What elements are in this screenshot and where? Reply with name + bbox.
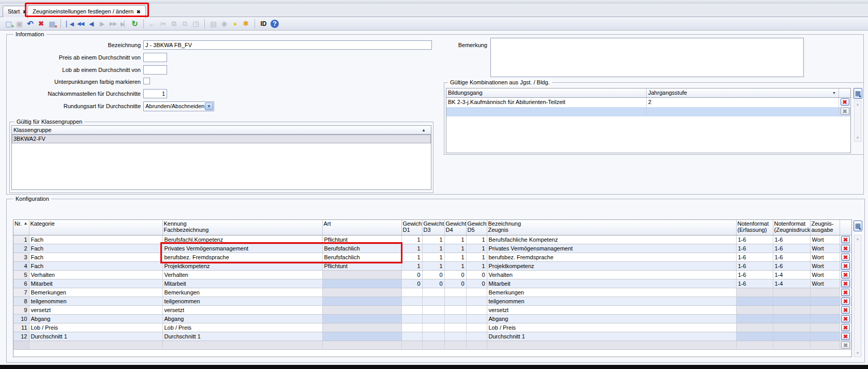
cell-actions[interactable]: ✖	[840, 332, 851, 341]
unterpunktungen-checkbox[interactable]	[143, 78, 150, 84]
cell-gewicht-d5[interactable]: 1	[466, 244, 487, 253]
scroll-up-icon[interactable]: ▲	[855, 237, 861, 241]
cell-notenformat-zeugnisdruck[interactable]	[773, 288, 810, 297]
cell-gewicht-d4[interactable]: 0	[444, 279, 466, 288]
cell-kennung[interactable]: versetzt	[162, 305, 322, 314]
column-header-art[interactable]: Art	[322, 220, 401, 235]
column-header-zeugnis--ausgabe[interactable]: Zeugnis-ausgabe	[810, 220, 840, 235]
cell-nr[interactable]: 2	[13, 244, 29, 253]
cell-zeugnisausgabe[interactable]: Wort	[810, 279, 840, 288]
column-header-notenformat--erfassung-[interactable]: Notenformat(Erfassung)	[736, 220, 773, 235]
cell-gewicht-d4[interactable]	[444, 323, 466, 332]
cell-gewicht-d3[interactable]	[422, 297, 444, 305]
cell-notenformat-erfassung[interactable]	[736, 332, 773, 341]
cell-gewicht-d3[interactable]: 1	[422, 244, 444, 253]
cell-notenformat-zeugnisdruck[interactable]: 1-6	[773, 244, 810, 253]
table-row[interactable]: 3Fachberufsbez. FremdspracheBerufsfachli…	[13, 253, 851, 261]
column-header-jahrgangsstufe[interactable]: Jahrgangsstufe▼	[647, 88, 839, 97]
rundungsart-select[interactable]: Abrunden/Abschneiden ▼	[143, 101, 214, 111]
cell-art[interactable]	[322, 323, 401, 332]
cell-gewicht-d5[interactable]	[466, 288, 487, 297]
cell-gewicht-d4[interactable]: 1	[444, 244, 466, 253]
table-row[interactable]: 7BemerkungenBemerkungenBemerkungen✖	[13, 288, 851, 297]
cell-kategorie[interactable]: Fach	[29, 235, 162, 244]
cell-bildungsgang[interactable]	[446, 107, 647, 116]
cell-gewicht-d5[interactable]: 1	[466, 253, 487, 261]
cell-actions[interactable]: ✖	[840, 261, 851, 270]
cell-gewicht-d1[interactable]	[401, 332, 422, 341]
cell-kennung[interactable]: Privates Vermögensmanagement	[162, 244, 322, 253]
cell-actions[interactable]: ✖	[840, 244, 851, 253]
cell-empty[interactable]	[322, 341, 401, 349]
column-header-gewicht-d3[interactable]: GewichtD3	[422, 220, 444, 235]
delete-row-icon[interactable]: ✖	[841, 315, 850, 322]
cell-kategorie[interactable]: Fach	[29, 261, 162, 270]
cell-notenformat-erfassung[interactable]: 1-6	[736, 279, 773, 288]
cell-nr[interactable]: 7	[13, 288, 29, 297]
cell-nr[interactable]: 3	[13, 253, 29, 261]
cell-gewicht-d1[interactable]: 0	[401, 270, 422, 279]
cell-art[interactable]: Pflichtunt	[322, 235, 401, 244]
scroll-down-icon[interactable]: ▼	[855, 351, 861, 356]
cell-kennung[interactable]: Verhalten	[162, 270, 322, 279]
cell-notenformat-zeugnisdruck[interactable]: 1-4	[773, 270, 810, 279]
cell-gewicht-d5[interactable]	[466, 305, 487, 314]
cell-kategorie[interactable]: Durchschnitt 1	[29, 332, 162, 341]
cell-gewicht-d3[interactable]	[422, 323, 444, 332]
cell-gewicht-d1[interactable]: 0	[401, 279, 422, 288]
cell-gewicht-d3[interactable]: 0	[422, 270, 444, 279]
cell-kennung[interactable]: Durchschnitt 1	[162, 332, 322, 341]
cell-gewicht-d1[interactable]: 1	[401, 244, 422, 253]
kombinationen-scrollbar[interactable]: ▲ ▼	[854, 100, 861, 142]
cell-gewicht-d1[interactable]	[401, 305, 422, 314]
insert-row-icon[interactable]: ▦▼	[854, 220, 862, 231]
cell-bezeichnung-zeugnis[interactable]: teilgenommen	[487, 297, 736, 305]
cell-kennung[interactable]: Abgang	[162, 314, 322, 323]
delete-icon[interactable]: ✖	[36, 19, 47, 29]
bell-icon[interactable]: ✱	[241, 19, 251, 29]
cell-empty[interactable]	[444, 341, 466, 349]
cell-notenformat-erfassung[interactable]	[736, 297, 773, 305]
table-row[interactable]: 2FachPrivates VermögensmanagementBerufsf…	[13, 244, 851, 253]
table-row[interactable]: 3BKWA2-FV	[12, 135, 431, 143]
cell-notenformat-zeugnisdruck[interactable]	[773, 323, 810, 332]
column-header-notenformat--zeugnisdruck-[interactable]: Notenformat(Zeugnisdruck)	[773, 220, 810, 235]
fast-backward-icon[interactable]: ◀◀	[75, 19, 86, 29]
cell-notenformat-zeugnisdruck[interactable]	[773, 305, 810, 314]
cell-art[interactable]	[322, 297, 401, 305]
cell-klassengruppe[interactable]: 3BKWA2-FV	[12, 135, 431, 143]
delete-row-icon[interactable]: ✖	[841, 271, 850, 278]
delete-row-icon[interactable]: ✖	[841, 333, 850, 340]
cell-notenformat-erfassung[interactable]	[736, 288, 773, 297]
cell-gewicht-d3[interactable]	[422, 305, 444, 314]
cell-gewicht-d4[interactable]: 1	[444, 235, 466, 244]
table-row-empty[interactable]: ✖	[13, 341, 851, 349]
cell-gewicht-d5[interactable]: 1	[466, 235, 487, 244]
cell-bezeichnung-zeugnis[interactable]: Verhalten	[487, 270, 736, 279]
cell-bezeichnung-zeugnis[interactable]: Privates Vermögensmanagement	[487, 244, 736, 253]
cell-bezeichnung-zeugnis[interactable]: Projektkompetenz	[487, 261, 736, 270]
cell-empty[interactable]	[162, 341, 322, 349]
cell-art[interactable]	[322, 332, 401, 341]
cell-empty[interactable]	[13, 341, 29, 349]
cell-gewicht-d5[interactable]	[466, 332, 487, 341]
cell-gewicht-d3[interactable]: 1	[422, 235, 444, 244]
cell-kategorie[interactable]: teilgenommen	[29, 297, 162, 305]
cell-gewicht-d4[interactable]	[444, 314, 466, 323]
table-row[interactable]: BK 2-3-j.Kaufmännisch für Abiturienten-T…	[446, 98, 850, 107]
cell-gewicht-d3[interactable]	[422, 314, 444, 323]
cell-actions[interactable]: ✖	[840, 314, 851, 323]
cell-kennung[interactable]: Lob / Preis	[162, 323, 322, 332]
cell-art[interactable]: Pflichtunt	[322, 261, 401, 270]
lightbulb-icon[interactable]: ●	[230, 19, 241, 29]
cell-kennung[interactable]: Bemerkungen	[162, 288, 322, 297]
cell-gewicht-d1[interactable]: 1	[401, 261, 422, 270]
table-row[interactable]: 5VerhaltenVerhalten0000Verhalten1-61-4Wo…	[13, 270, 851, 279]
cell-zeugnisausgabe[interactable]: Wort	[810, 270, 840, 279]
column-header-gewicht-d1[interactable]: GewichtD1	[401, 220, 422, 235]
cell-actions[interactable]: ✖	[840, 297, 851, 305]
cell-art[interactable]: Berufsfachlich	[322, 244, 401, 253]
delete-row-icon[interactable]: ✖	[841, 98, 849, 106]
column-header-kennung-fachbezeichnung[interactable]: KennungFachbezeichnung	[162, 220, 322, 235]
cell-zeugnisausgabe[interactable]	[810, 288, 840, 297]
